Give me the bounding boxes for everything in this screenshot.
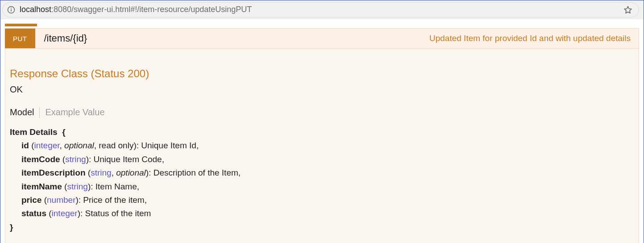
prop-optional: optional bbox=[116, 168, 146, 177]
operation-header[interactable]: PUT /items/{id} Updated Item for provide… bbox=[5, 28, 639, 49]
operation-summary: Updated Item for provided Id and with up… bbox=[429, 34, 639, 43]
endpoint-path[interactable]: /items/{id} bbox=[44, 33, 87, 44]
prop-desc: Unique Item Code bbox=[94, 155, 162, 164]
tab-example-value[interactable]: Example Value bbox=[45, 106, 104, 118]
browser-address-bar: localhost:8080/swagger-ui.html#!/item-re… bbox=[0, 0, 644, 19]
operation-body: Response Class (Status 200) OK Model Exa… bbox=[5, 49, 639, 243]
prop-name: itemCode bbox=[21, 155, 60, 164]
prop-type: integer bbox=[34, 141, 60, 150]
model-prop-itemcode: itemCode (string): Unique Item Code, bbox=[10, 153, 634, 166]
prop-readonly: read only bbox=[99, 141, 133, 150]
http-method-badge: PUT bbox=[5, 29, 35, 48]
prop-name: itemDescription bbox=[21, 168, 86, 177]
model-schema: Item Details { id (integer, optional, re… bbox=[10, 126, 634, 234]
model-prop-itemdescription: itemDescription (string, optional): Desc… bbox=[10, 166, 634, 180]
svg-point-2 bbox=[11, 8, 12, 8]
prop-desc: Description of the Item bbox=[154, 168, 238, 177]
model-title: Item Details bbox=[10, 127, 58, 137]
bookmark-star-icon[interactable] bbox=[623, 5, 632, 14]
close-brace: } bbox=[10, 221, 634, 234]
prop-name: price bbox=[21, 195, 42, 205]
prop-name: id bbox=[21, 141, 29, 150]
prop-name: itemName bbox=[21, 182, 62, 191]
model-prop-itemname: itemName (string): Item Name, bbox=[10, 180, 634, 193]
schema-tabs: Model Example Value bbox=[10, 106, 634, 118]
operation-accent-bar bbox=[5, 24, 37, 26]
tab-model[interactable]: Model bbox=[10, 106, 34, 118]
site-info-icon[interactable] bbox=[7, 6, 15, 14]
prop-type: string bbox=[91, 168, 111, 177]
response-class-heading: Response Class (Status 200) bbox=[10, 67, 634, 80]
prop-type: integer bbox=[52, 209, 78, 218]
prop-type: number bbox=[47, 195, 75, 205]
prop-type: string bbox=[65, 155, 86, 164]
url-text: localhost:8080/swagger-ui.html#!/item-re… bbox=[20, 5, 620, 14]
prop-type: string bbox=[67, 182, 87, 191]
prop-desc: Item Name bbox=[96, 182, 137, 191]
prop-optional: optional bbox=[64, 141, 94, 150]
prop-name: status bbox=[21, 209, 46, 218]
prop-desc: Price of the item bbox=[83, 195, 144, 205]
response-status-text: OK bbox=[10, 84, 634, 95]
model-prop-status: status (integer): Status of the item bbox=[10, 207, 634, 220]
tab-divider bbox=[39, 107, 40, 118]
svg-marker-3 bbox=[624, 6, 632, 13]
address-input[interactable]: localhost:8080/swagger-ui.html#!/item-re… bbox=[2, 2, 639, 17]
prop-desc: Unique Item Id bbox=[141, 141, 196, 150]
model-prop-id: id (integer, optional, read only): Uniqu… bbox=[10, 139, 634, 152]
model-prop-price: price (number): Price of the item, bbox=[10, 193, 634, 207]
prop-desc: Status of the item bbox=[85, 209, 151, 218]
